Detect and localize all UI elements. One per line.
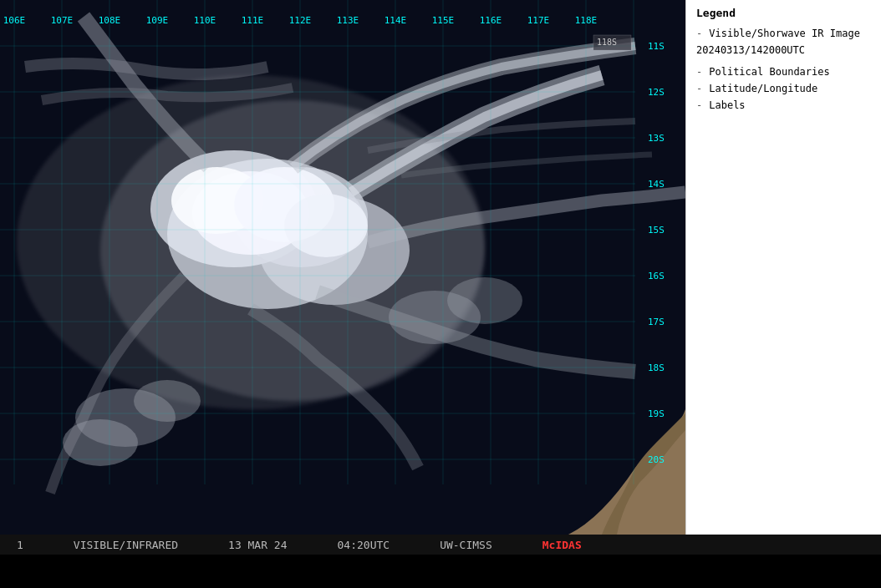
time-label: 04:20UTC <box>338 539 390 551</box>
svg-text:16S: 16S <box>648 271 665 281</box>
legend-image-dash: - <box>696 28 702 39</box>
legend-political-item: - Political Boundaries <box>696 66 871 78</box>
svg-text:20S: 20S <box>648 454 665 465</box>
svg-text:107E: 107E <box>51 15 74 26</box>
svg-text:118S: 118S <box>597 38 617 47</box>
legend-title: Legend <box>696 7 871 19</box>
svg-text:109E: 109E <box>146 15 169 26</box>
legend-labels-item: - Labels <box>696 99 871 111</box>
svg-text:17S: 17S <box>648 317 665 327</box>
svg-point-13 <box>63 419 138 466</box>
legend-political-label: Political Boundaries <box>709 66 830 78</box>
svg-text:108E: 108E <box>99 15 121 26</box>
svg-text:113E: 113E <box>337 15 359 26</box>
source-label: UW-CIMSS <box>440 539 492 551</box>
frame-number: 1 <box>17 539 23 551</box>
legend-labels-dash: - <box>696 99 702 111</box>
svg-text:18S: 18S <box>648 362 665 373</box>
svg-text:111E: 111E <box>242 15 264 26</box>
legend-labels-label: Labels <box>709 99 745 111</box>
svg-text:14S: 14S <box>648 179 665 190</box>
legend-panel: Legend - Visible/Shorwave IR Image 20240… <box>685 0 881 535</box>
svg-text:19S: 19S <box>648 408 665 419</box>
svg-text:114E: 114E <box>384 15 407 26</box>
software-label: McIDAS <box>542 539 582 551</box>
svg-text:117E: 117E <box>527 15 550 26</box>
svg-text:12S: 12S <box>648 87 665 98</box>
svg-text:13S: 13S <box>648 133 665 144</box>
legend-latlon-item: - Latitude/Longitude <box>696 83 871 94</box>
black-bar <box>0 555 881 588</box>
legend-latlon-label: Latitude/Longitude <box>709 83 817 94</box>
date-label: 13 MAR 24 <box>228 539 287 551</box>
main-area: 106E 107E 108E 109E 110E 111E 112E 113E … <box>0 0 881 535</box>
status-bar: 1 VISIBLE/INFRARED 13 MAR 24 04:20UTC UW… <box>0 535 881 555</box>
legend-image-label: Visible/Shorwave IR Image <box>709 28 860 39</box>
legend-latlon-dash: - <box>696 83 702 94</box>
legend-timestamp: 20240313/142000UTC <box>696 44 871 56</box>
svg-text:118E: 118E <box>575 15 598 26</box>
svg-point-14 <box>134 380 201 422</box>
product-label: VISIBLE/INFRARED <box>74 539 178 551</box>
svg-text:106E: 106E <box>3 15 26 26</box>
svg-text:15S: 15S <box>648 225 665 236</box>
legend-political-dash: - <box>696 66 702 78</box>
svg-point-16 <box>447 277 522 324</box>
legend-image-item: - Visible/Shorwave IR Image <box>696 28 871 39</box>
svg-point-11 <box>284 194 368 257</box>
svg-text:11S: 11S <box>648 41 665 52</box>
svg-text:115E: 115E <box>432 15 455 26</box>
svg-text:116E: 116E <box>480 15 502 26</box>
satellite-view: 106E 107E 108E 109E 110E 111E 112E 113E … <box>0 0 685 535</box>
satellite-image: 106E 107E 108E 109E 110E 111E 112E 113E … <box>0 0 685 535</box>
svg-text:110E: 110E <box>194 15 216 26</box>
svg-text:112E: 112E <box>289 15 312 26</box>
